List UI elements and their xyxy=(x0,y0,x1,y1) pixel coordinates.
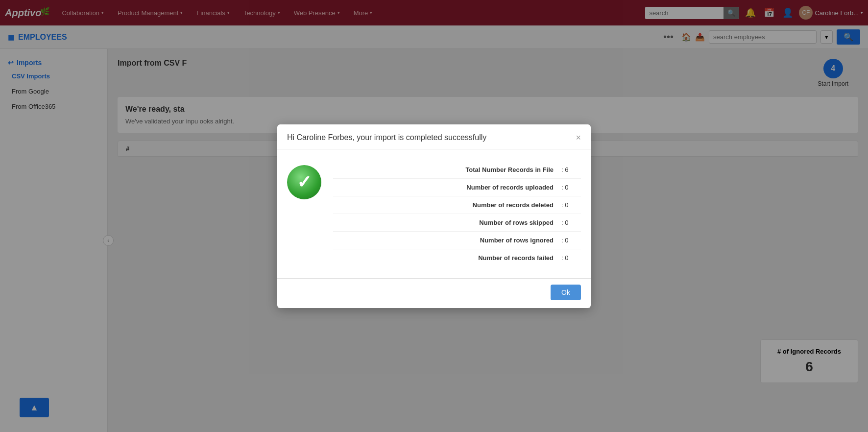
stat-label-uploaded: Number of records uploaded xyxy=(333,184,561,191)
stat-row-failed: Number of records failed : 0 xyxy=(333,249,581,266)
success-checkmark-icon: ✓ xyxy=(287,165,321,199)
modal-title: Hi Caroline Forbes, your import is compl… xyxy=(287,133,486,142)
stat-value-uploaded: : 0 xyxy=(561,184,581,191)
stat-value-ignored: : 0 xyxy=(561,237,581,244)
success-icon: ✓ xyxy=(287,165,321,199)
modal-close-button[interactable]: × xyxy=(576,133,581,142)
stat-label-failed: Number of records failed xyxy=(333,254,561,262)
modal-overlay: Hi Caroline Forbes, your import is compl… xyxy=(0,0,868,432)
modal-footer: Ok xyxy=(277,278,591,308)
modal-body: ✓ Total Number Records in File : 6 Numbe… xyxy=(277,149,591,278)
stat-row-uploaded: Number of records uploaded : 0 xyxy=(333,179,581,196)
ok-button[interactable]: Ok xyxy=(551,285,581,300)
stat-row-ignored: Number of rows ignored : 0 xyxy=(333,232,581,249)
stat-label-total: Total Number Records in File xyxy=(333,166,561,173)
stat-label-deleted: Number of records deleted xyxy=(333,201,561,209)
stat-row-total: Total Number Records in File : 6 xyxy=(333,161,581,179)
stat-row-skipped: Number of rows skipped : 0 xyxy=(333,214,581,232)
stat-row-deleted: Number of records deleted : 0 xyxy=(333,196,581,214)
stat-value-skipped: : 0 xyxy=(561,219,581,226)
stat-value-total: : 6 xyxy=(561,166,581,173)
stat-label-skipped: Number of rows skipped xyxy=(333,219,561,226)
import-success-modal: Hi Caroline Forbes, your import is compl… xyxy=(277,124,591,308)
modal-header: Hi Caroline Forbes, your import is compl… xyxy=(277,124,591,149)
stat-value-deleted: : 0 xyxy=(561,201,581,209)
modal-stats: Total Number Records in File : 6 Number … xyxy=(333,161,581,266)
stat-label-ignored: Number of rows ignored xyxy=(333,237,561,244)
stat-value-failed: : 0 xyxy=(561,254,581,262)
modal-icon-area: ✓ xyxy=(287,161,321,266)
